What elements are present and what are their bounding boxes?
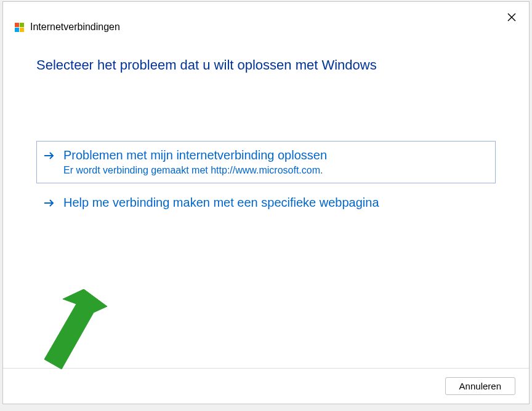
close-icon	[507, 12, 517, 22]
option-specific-webpage[interactable]: Help me verbinding maken met een specifi…	[36, 188, 496, 217]
option-description: Er wordt verbinding gemaakt met http://w…	[63, 165, 327, 176]
option-title: Problemen met mijn internetverbinding op…	[63, 148, 327, 162]
cancel-button[interactable]: Annuleren	[445, 377, 515, 395]
titlebar: Internetverbindingen	[3, 2, 529, 33]
content-area: Selecteer het probleem dat u wilt oploss…	[3, 33, 529, 368]
arrow-right-icon	[44, 150, 55, 161]
close-button[interactable]	[503, 9, 520, 26]
titlebar-left: Internetverbindingen	[12, 7, 120, 33]
page-heading: Selecteer het probleem dat u wilt oploss…	[36, 57, 496, 73]
window-title: Internetverbindingen	[30, 22, 120, 33]
dialog-footer: Annuleren	[3, 368, 529, 404]
option-troubleshoot-connection[interactable]: Problemen met mijn internetverbinding op…	[36, 141, 496, 183]
option-title: Help me verbinding maken met een specifi…	[63, 196, 379, 210]
option-text-group: Help me verbinding maken met een specifi…	[63, 196, 379, 210]
option-text-group: Problemen met mijn internetverbinding op…	[63, 148, 327, 176]
troubleshooter-dialog: Internetverbindingen Selecteer het probl…	[2, 1, 530, 404]
troubleshooter-icon	[14, 22, 24, 32]
arrow-right-icon	[44, 198, 55, 209]
